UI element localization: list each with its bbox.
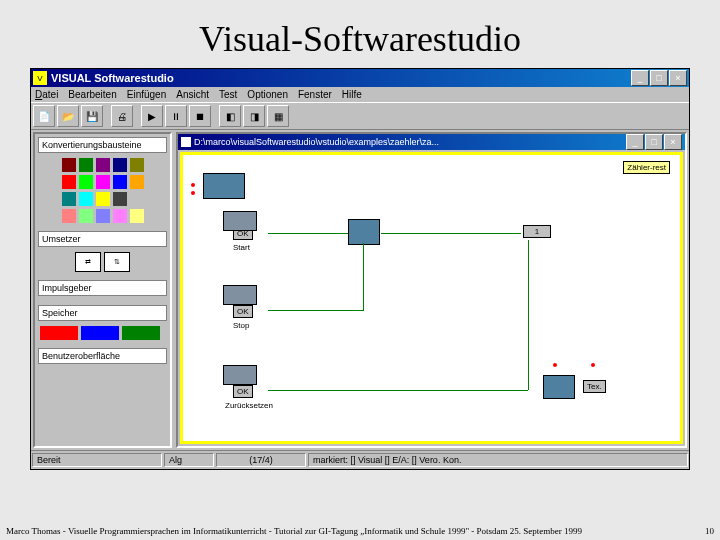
color-swatch[interactable] — [62, 175, 76, 189]
toolbar: 📄 📂 💾 🖨 ▶ ⏸ ⏹ ◧ ◨ ▦ — [31, 102, 689, 130]
tool-c-button[interactable]: ▦ — [267, 105, 289, 127]
color-swatch[interactable] — [130, 209, 144, 223]
color-swatch[interactable] — [96, 209, 110, 223]
document-icon — [181, 137, 191, 147]
color-swatch[interactable] — [96, 158, 110, 172]
menubar: Datei Bearbeiten Einfügen Ansicht Test O… — [31, 87, 689, 102]
ok-button-node[interactable]: OK — [233, 305, 253, 318]
wire — [268, 233, 348, 234]
stop-label: Stop — [233, 321, 249, 330]
stop-module[interactable] — [223, 285, 257, 305]
output-node[interactable] — [543, 375, 575, 399]
workspace: Konvertierungsbausteine Umsetzer ⇄ ⇅ Imp… — [31, 130, 689, 450]
color-swatch[interactable] — [79, 175, 93, 189]
speicher-bar[interactable] — [122, 326, 160, 340]
swatch-grid — [38, 156, 167, 225]
doc-max-button[interactable]: □ — [645, 134, 663, 150]
save-button[interactable]: 💾 — [81, 105, 103, 127]
color-swatch[interactable] — [62, 192, 76, 206]
start-module[interactable] — [223, 211, 257, 231]
one-node[interactable]: 1 — [523, 225, 551, 238]
menu-datei[interactable]: Datei — [35, 89, 58, 100]
wire — [528, 240, 529, 390]
pause-button[interactable]: ⏸ — [165, 105, 187, 127]
menu-optionen[interactable]: Optionen — [247, 89, 288, 100]
document-titlebar[interactable]: D:\marco\visualSoftwarestudio\vstudio\ex… — [178, 134, 685, 150]
color-swatch[interactable] — [79, 192, 93, 206]
color-swatch[interactable] — [96, 192, 110, 206]
minimize-button[interactable]: _ — [631, 70, 649, 86]
color-swatch[interactable] — [130, 175, 144, 189]
status-bereit: Bereit — [32, 453, 162, 467]
pin[interactable] — [191, 191, 195, 195]
wire — [363, 243, 364, 311]
color-swatch[interactable] — [79, 158, 93, 172]
doc-close-button[interactable]: × — [664, 134, 682, 150]
speicher-bar[interactable] — [40, 326, 78, 340]
umsetzer-component[interactable]: ⇄ — [75, 252, 101, 272]
new-button[interactable]: 📄 — [33, 105, 55, 127]
pin[interactable] — [591, 363, 595, 367]
palette-speicher-header: Speicher — [38, 305, 167, 321]
color-swatch[interactable] — [113, 209, 127, 223]
color-swatch[interactable] — [79, 209, 93, 223]
reset-module[interactable] — [223, 365, 257, 385]
canvas[interactable]: Zähler-rest OK Start 1 OK Stop OK Zurück — [180, 152, 683, 444]
open-button[interactable]: 📂 — [57, 105, 79, 127]
footer-page: 10 — [705, 526, 714, 536]
pin[interactable] — [553, 363, 557, 367]
doc-min-button[interactable]: _ — [626, 134, 644, 150]
color-swatch[interactable] — [130, 192, 144, 206]
wire — [268, 390, 528, 391]
module-node[interactable] — [203, 173, 245, 199]
canvas-area: D:\marco\visualSoftwarestudio\vstudio\ex… — [176, 132, 687, 448]
play-button[interactable]: ▶ — [141, 105, 163, 127]
palette-umsetzer-header: Umsetzer — [38, 231, 167, 247]
text-node[interactable]: Tex. — [583, 380, 606, 393]
color-swatch[interactable] — [113, 158, 127, 172]
wire — [381, 233, 521, 234]
close-button[interactable]: × — [669, 70, 687, 86]
menu-fenster[interactable]: Fenster — [298, 89, 332, 100]
menu-test[interactable]: Test — [219, 89, 237, 100]
footer-text: Marco Thomas - Visuelle Programmiersprac… — [6, 526, 582, 536]
color-swatch[interactable] — [113, 175, 127, 189]
wire — [268, 310, 363, 311]
umsetzer-component[interactable]: ⇅ — [104, 252, 130, 272]
status-markiert: markiert: [] Visual [] E/A: [] Vero. Kon… — [308, 453, 688, 467]
palette-impulsgeber-header: Impulsgeber — [38, 280, 167, 296]
palette-konvertierung-header: Konvertierungsbausteine — [38, 137, 167, 153]
window-title: VISUAL Softwarestudio — [51, 72, 630, 84]
slide-footer: Marco Thomas - Visuelle Programmiersprac… — [6, 526, 714, 536]
titlebar[interactable]: V VISUAL Softwarestudio _ □ × — [31, 69, 689, 87]
toolbar-field[interactable]: Alg — [164, 453, 214, 467]
color-swatch[interactable] — [113, 192, 127, 206]
menu-ansicht[interactable]: Ansicht — [176, 89, 209, 100]
ok-button-node[interactable]: OK — [233, 385, 253, 398]
tool-b-button[interactable]: ◨ — [243, 105, 265, 127]
menu-bearbeiten[interactable]: Bearbeiten — [68, 89, 116, 100]
document-path: D:\marco\visualSoftwarestudio\vstudio\ex… — [194, 137, 625, 147]
color-swatch[interactable] — [130, 158, 144, 172]
speicher-bars — [38, 324, 167, 342]
tool-a-button[interactable]: ◧ — [219, 105, 241, 127]
speicher-bar[interactable] — [81, 326, 119, 340]
menu-hilfe[interactable]: Hilfe — [342, 89, 362, 100]
reset-label: Zurücksetzen — [225, 401, 273, 410]
slide-title: Visual-Softwarestudio — [0, 0, 720, 68]
color-swatch[interactable] — [62, 158, 76, 172]
menu-einfuegen[interactable]: Einfügen — [127, 89, 166, 100]
zaehler-label[interactable]: Zähler-rest — [623, 161, 670, 174]
start-label: Start — [233, 243, 250, 252]
statusbar: Bereit Alg (17/4) markiert: [] Visual []… — [31, 450, 689, 469]
pin[interactable] — [191, 183, 195, 187]
app-icon: V — [33, 71, 47, 85]
color-swatch[interactable] — [62, 209, 76, 223]
processor-node[interactable] — [348, 219, 380, 245]
palette-oberflaeche-header: Benutzeroberfläche — [38, 348, 167, 364]
print-button[interactable]: 🖨 — [111, 105, 133, 127]
stop-button[interactable]: ⏹ — [189, 105, 211, 127]
color-swatch[interactable] — [96, 175, 110, 189]
maximize-button[interactable]: □ — [650, 70, 668, 86]
app-window: V VISUAL Softwarestudio _ □ × Datei Bear… — [30, 68, 690, 470]
